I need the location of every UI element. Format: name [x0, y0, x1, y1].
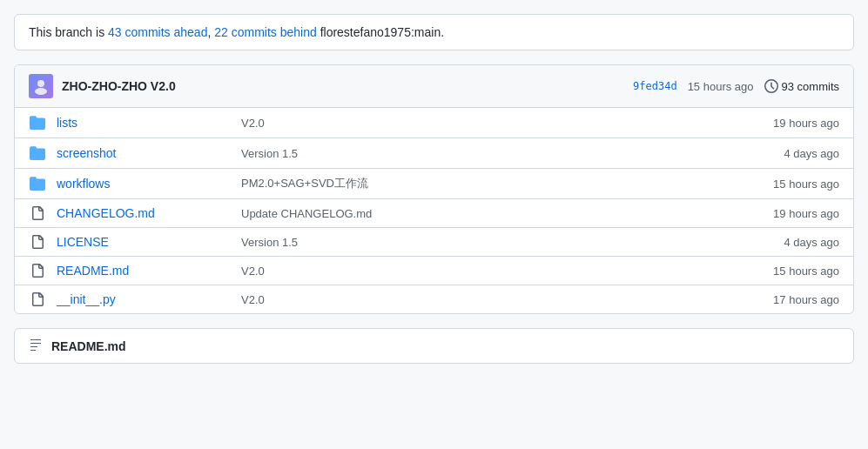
file-time: 15 hours ago [752, 265, 839, 278]
file-icon [29, 235, 46, 249]
folder-icon [29, 176, 46, 191]
table-row: README.mdV2.015 hours ago [15, 257, 853, 285]
file-name[interactable]: __init__.py [57, 292, 231, 306]
file-name[interactable]: lists [57, 116, 231, 130]
avatar [29, 74, 53, 98]
repo-title: ZHO-ZHO-ZHO V2.0 [62, 79, 624, 93]
file-list: listsV2.019 hours agoscreenshotVersion 1… [15, 108, 853, 313]
file-name[interactable]: README.md [57, 264, 231, 278]
commit-time: 15 hours ago [688, 80, 754, 93]
file-icon [29, 264, 46, 278]
file-time: 17 hours ago [752, 293, 839, 306]
clock-icon [764, 79, 778, 93]
table-row: listsV2.019 hours ago [15, 108, 853, 138]
file-message: PM2.0+SAG+SVD工作流 [241, 176, 742, 191]
file-name[interactable]: workflows [57, 177, 231, 191]
branch-notice: This branch is 43 commits ahead, 22 comm… [14, 14, 854, 50]
file-name[interactable]: CHANGELOG.md [57, 206, 231, 220]
table-row: screenshotVersion 1.54 days ago [15, 138, 853, 169]
file-name[interactable]: screenshot [57, 146, 231, 160]
file-time: 4 days ago [752, 147, 839, 160]
table-row: __init__.pyV2.017 hours ago [15, 285, 853, 313]
file-name[interactable]: LICENSE [57, 235, 231, 249]
readme-list-icon [29, 338, 43, 354]
table-row: CHANGELOG.mdUpdate CHANGELOG.md19 hours … [15, 199, 853, 228]
file-message: Version 1.5 [241, 147, 742, 160]
readme-section: README.md [14, 328, 854, 364]
svg-point-1 [35, 88, 47, 95]
table-row: LICENSEVersion 1.54 days ago [15, 228, 853, 257]
readme-title: README.md [51, 339, 126, 353]
commits-count: 93 commits [764, 79, 839, 93]
behind-link[interactable]: 22 commits behind [214, 25, 317, 39]
commits-label[interactable]: 93 commits [782, 80, 839, 93]
file-message: V2.0 [241, 265, 742, 278]
ahead-link[interactable]: 43 commits ahead [108, 25, 207, 39]
table-row: workflowsPM2.0+SAG+SVD工作流15 hours ago [15, 169, 853, 199]
folder-icon [29, 115, 46, 131]
repo-section: ZHO-ZHO-ZHO V2.0 9fed34d 15 hours ago 93… [14, 64, 854, 314]
svg-point-0 [37, 80, 44, 87]
branch-notice-text-before: This branch is [29, 25, 108, 39]
file-time: 19 hours ago [752, 207, 839, 220]
file-time: 19 hours ago [752, 117, 839, 130]
repo-header: ZHO-ZHO-ZHO V2.0 9fed34d 15 hours ago 93… [15, 65, 853, 108]
file-time: 4 days ago [752, 236, 839, 249]
branch-notice-text-after: florestefano1975:main. [317, 25, 444, 39]
file-icon [29, 206, 46, 220]
folder-icon [29, 145, 46, 161]
file-time: 15 hours ago [752, 178, 839, 191]
repo-meta: 9fed34d 15 hours ago 93 commits [633, 79, 839, 93]
file-message: V2.0 [241, 293, 742, 306]
file-message: Version 1.5 [241, 236, 742, 249]
file-icon [29, 292, 46, 306]
commit-hash[interactable]: 9fed34d [633, 80, 677, 92]
file-message: V2.0 [241, 117, 742, 130]
file-message: Update CHANGELOG.md [241, 207, 742, 220]
